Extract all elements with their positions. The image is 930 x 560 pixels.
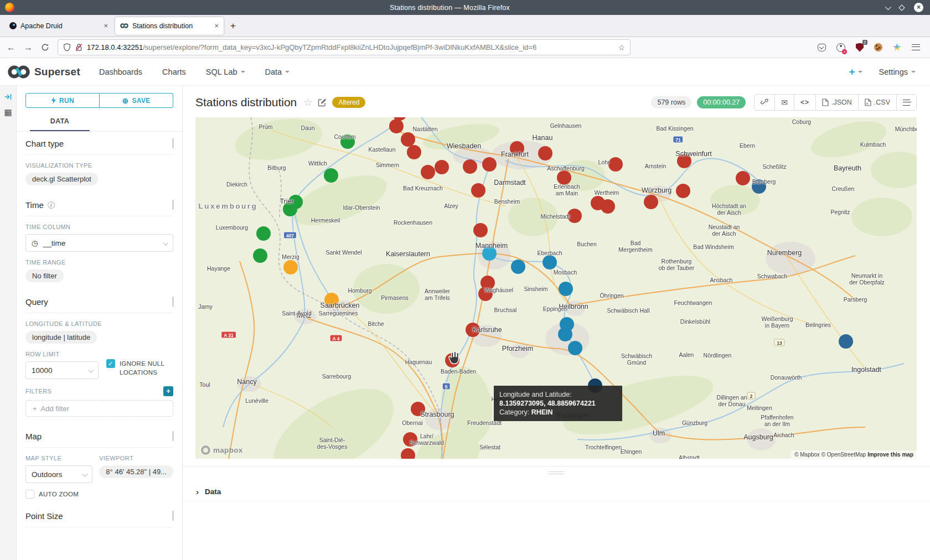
add-filter-plus-button[interactable]: + bbox=[163, 386, 173, 396]
superset-logo[interactable]: Superset bbox=[8, 65, 80, 79]
map-point-red[interactable] bbox=[407, 145, 421, 159]
section-map[interactable]: Map bbox=[25, 424, 173, 448]
attribution-mapbox[interactable]: © Mapbox bbox=[794, 452, 822, 458]
deckgl-map[interactable]: PrümDaunCochemNastättenGelnhausenHanauWi… bbox=[195, 117, 917, 459]
map-point-darknavy[interactable] bbox=[588, 378, 602, 393]
embed-code-button[interactable]: <> bbox=[794, 95, 815, 110]
map-point-red[interactable] bbox=[557, 170, 571, 185]
time-range-value[interactable]: No filter bbox=[25, 269, 64, 282]
settings-menu[interactable]: Settings bbox=[879, 68, 916, 76]
map-point-blue[interactable] bbox=[558, 327, 572, 341]
map-point-red[interactable] bbox=[403, 432, 417, 447]
map-point-red[interactable] bbox=[401, 448, 415, 459]
reload-icon[interactable] bbox=[41, 43, 49, 51]
export-csv-button[interactable]: x .CSV bbox=[858, 95, 896, 110]
map-point-red[interactable] bbox=[463, 159, 477, 174]
add-filter-box[interactable]: + Add filter bbox=[25, 400, 173, 417]
tab-apache-druid[interactable]: Apache Druid × bbox=[4, 17, 113, 35]
edit-properties-icon[interactable] bbox=[318, 98, 327, 107]
map-point-red[interactable] bbox=[736, 171, 750, 185]
map-point-red[interactable] bbox=[567, 209, 582, 223]
map-point-navy[interactable] bbox=[839, 334, 853, 349]
map-point-blue[interactable] bbox=[511, 260, 525, 274]
altered-badge[interactable]: Altered bbox=[332, 97, 365, 108]
ignore-null-checkbox[interactable]: ✓ bbox=[106, 359, 115, 368]
pane-drag-handle[interactable] bbox=[549, 471, 564, 474]
save-button[interactable]: ⊕ SAVE bbox=[100, 93, 173, 108]
pocket-icon[interactable] bbox=[818, 44, 826, 51]
map-point-red[interactable] bbox=[608, 157, 623, 172]
mapbox-logo[interactable]: mapbox bbox=[201, 445, 243, 455]
map-point-green[interactable] bbox=[253, 248, 267, 263]
map-point-red[interactable] bbox=[389, 119, 404, 133]
map-point-red[interactable] bbox=[421, 165, 435, 179]
map-point-red[interactable] bbox=[644, 195, 658, 209]
dataset-grid-icon[interactable]: ▦ bbox=[4, 108, 12, 116]
tab-close-icon[interactable]: × bbox=[214, 22, 219, 30]
auto-zoom-checkbox[interactable] bbox=[25, 490, 34, 499]
map-point-red[interactable] bbox=[435, 160, 449, 174]
cookie-extension-icon[interactable] bbox=[874, 43, 882, 51]
map-point-blue[interactable] bbox=[542, 255, 557, 269]
nav-charts[interactable]: Charts bbox=[162, 68, 186, 76]
map-point-orange[interactable] bbox=[324, 293, 339, 307]
shield-icon[interactable] bbox=[63, 43, 71, 51]
map-point-blue[interactable] bbox=[568, 341, 582, 355]
map-point-red[interactable] bbox=[510, 141, 524, 155]
map-point-green[interactable] bbox=[256, 226, 271, 241]
attribution-improve-link[interactable]: Improve this map bbox=[867, 452, 913, 458]
browser-menu-icon[interactable] bbox=[912, 44, 920, 50]
map-point-red[interactable] bbox=[445, 353, 459, 367]
map-point-red[interactable] bbox=[471, 183, 485, 198]
nav-data[interactable]: Data bbox=[265, 68, 290, 76]
back-icon[interactable]: ← bbox=[7, 43, 16, 53]
map-point-orange[interactable] bbox=[283, 260, 298, 274]
map-point-red[interactable] bbox=[466, 323, 480, 337]
map-point-green[interactable] bbox=[324, 168, 338, 183]
map-point-red[interactable] bbox=[473, 223, 488, 237]
window-close-icon[interactable]: × bbox=[914, 3, 923, 12]
section-time[interactable]: Time i bbox=[25, 193, 173, 216]
map-point-blue[interactable] bbox=[559, 282, 573, 296]
map-point-green[interactable] bbox=[340, 134, 355, 149]
section-query[interactable]: Query bbox=[25, 290, 173, 313]
time-column-select[interactable]: ◷ __time bbox=[25, 234, 173, 252]
tab-stations-distribution[interactable]: Stations distribution × bbox=[115, 17, 224, 35]
tab-data[interactable]: DATA bbox=[30, 112, 90, 131]
nav-dashboards[interactable]: Dashboards bbox=[99, 68, 142, 76]
email-button[interactable]: ✉ bbox=[774, 95, 794, 110]
tab-close-icon[interactable]: × bbox=[104, 22, 108, 30]
map-style-select[interactable]: Outdoors bbox=[25, 465, 92, 483]
map-point-red[interactable] bbox=[601, 199, 615, 214]
favorite-star-icon[interactable]: ☆ bbox=[303, 96, 312, 108]
attribution-osm[interactable]: © OpenStreetMap bbox=[822, 452, 868, 458]
bookmark-star-icon[interactable]: ☆ bbox=[618, 43, 625, 52]
run-button[interactable]: RUN bbox=[25, 93, 100, 108]
url-bar[interactable]: 172.18.0.4:32251/superset/explore/?form_… bbox=[58, 39, 631, 55]
share-link-button[interactable] bbox=[755, 95, 774, 110]
map-point-red[interactable] bbox=[482, 157, 497, 172]
viz-type-value[interactable]: deck.gl Scatterplot bbox=[25, 173, 98, 185]
map-point-navy[interactable] bbox=[752, 179, 766, 194]
nav-sql-lab[interactable]: SQL Lab bbox=[206, 68, 245, 76]
window-minimize-icon[interactable] bbox=[885, 3, 891, 9]
map-point-red[interactable] bbox=[401, 132, 415, 147]
account-icon[interactable] bbox=[836, 43, 845, 52]
extension-sparkle-icon[interactable] bbox=[893, 43, 901, 51]
map-point-red[interactable] bbox=[478, 287, 493, 301]
map-point-red[interactable] bbox=[411, 402, 425, 416]
insecure-lock-icon[interactable] bbox=[75, 43, 82, 51]
map-point-cyan[interactable] bbox=[482, 246, 497, 261]
chart-menu-button[interactable] bbox=[896, 95, 916, 110]
collapse-panel-icon[interactable] bbox=[4, 93, 12, 101]
forward-icon[interactable]: → bbox=[24, 43, 33, 53]
lonlat-value[interactable]: longitude | latitude bbox=[25, 331, 97, 344]
ublock-icon[interactable]: 2 bbox=[856, 43, 864, 52]
section-chart-type[interactable]: Chart type bbox=[25, 132, 173, 155]
data-collapse-row[interactable]: › Data bbox=[183, 483, 930, 501]
new-tab-button[interactable]: + bbox=[230, 20, 236, 32]
section-point-size[interactable]: Point Size bbox=[25, 504, 173, 527]
map-point-red[interactable] bbox=[677, 154, 691, 168]
viewport-value[interactable]: 8° 46' 45.28" | 49... bbox=[99, 465, 173, 478]
export-json-button[interactable]: .JSON bbox=[815, 95, 858, 110]
